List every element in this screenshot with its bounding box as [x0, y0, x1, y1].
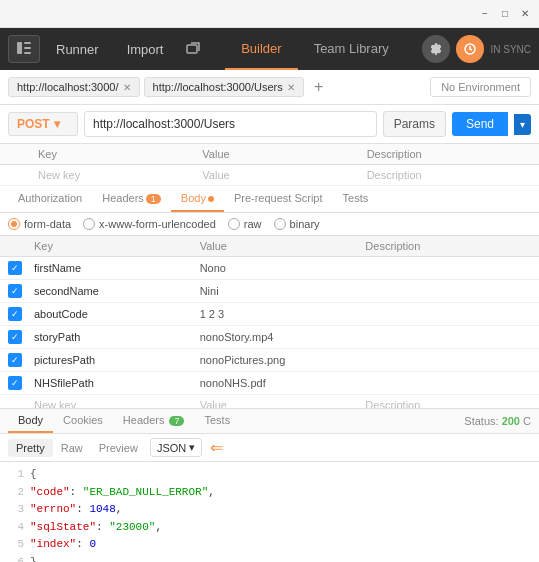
code-line: 4 "sqlState": "23000",: [8, 519, 531, 537]
settings-button[interactable]: [422, 35, 450, 63]
url-input[interactable]: [84, 111, 377, 137]
line-number: 5: [8, 536, 24, 554]
form-new-value[interactable]: Value: [200, 399, 366, 408]
line-content: "code": "ER_BAD_NULL_ERROR",: [30, 484, 215, 502]
tab-builder[interactable]: Builder: [225, 28, 297, 70]
form-new-desc[interactable]: Description: [365, 399, 531, 408]
tab-team-library[interactable]: Team Library: [298, 28, 405, 70]
line-content: }: [30, 554, 37, 562]
status-code: 200: [502, 415, 520, 427]
radio-raw[interactable]: raw: [228, 218, 262, 230]
row-key: secondName: [34, 285, 200, 297]
form-table-header: Key Value Description: [0, 236, 539, 257]
form-desc-header: Description: [365, 240, 531, 252]
form-new-key[interactable]: New key: [34, 399, 200, 408]
form-key-header: Key: [34, 240, 200, 252]
headers-badge: 1: [146, 194, 161, 204]
kv-key-header: Key: [38, 148, 202, 160]
tab-headers[interactable]: Headers1: [92, 186, 171, 212]
tab-response-body[interactable]: Body: [8, 409, 53, 433]
line-number: 2: [8, 484, 24, 502]
line-number: 4: [8, 519, 24, 537]
tab-pretty[interactable]: Pretty: [8, 439, 53, 457]
kv-new-value[interactable]: Value: [202, 169, 366, 181]
tab-body[interactable]: Body: [171, 186, 224, 212]
sidebar-toggle-button[interactable]: [8, 35, 40, 63]
kv-value-header: Value: [202, 148, 366, 160]
environment-selector[interactable]: No Environment: [430, 77, 531, 97]
window-controls: − □ ✕: [479, 8, 531, 20]
tab-tests[interactable]: Tests: [333, 186, 379, 212]
request-bar: POST ▾ Params Send ▾: [0, 105, 539, 144]
tab-raw[interactable]: Raw: [53, 439, 91, 457]
body-options: form-data x-www-form-urlencoded raw bina…: [0, 213, 539, 236]
row-key: firstName: [34, 262, 200, 274]
line-content: "sqlState": "23000",: [30, 519, 162, 537]
tab-preview[interactable]: Preview: [91, 439, 146, 457]
form-row: ✓ picturesPath nonoPictures.png: [0, 349, 539, 372]
kv-new-desc[interactable]: Description: [367, 169, 531, 181]
row-key: picturesPath: [34, 354, 200, 366]
line-number: 3: [8, 501, 24, 519]
maximize-button[interactable]: □: [499, 8, 511, 20]
row-checkbox[interactable]: ✓: [8, 261, 22, 275]
tab-prerequest[interactable]: Pre-request Script: [224, 186, 333, 212]
kv-desc-header: Description: [367, 148, 531, 160]
tab-response-cookies[interactable]: Cookies: [53, 409, 113, 433]
code-line: 1{: [8, 466, 531, 484]
line-number: 1: [8, 466, 24, 484]
format-selector[interactable]: JSON ▾: [150, 438, 202, 457]
minimize-button[interactable]: −: [479, 8, 491, 20]
send-button[interactable]: Send: [452, 112, 508, 136]
tab-authorization[interactable]: Authorization: [8, 186, 92, 212]
svg-rect-4: [187, 45, 197, 53]
params-button[interactable]: Params: [383, 111, 446, 137]
form-data-table: Key Value Description ✓ firstName Nono ✓…: [0, 236, 539, 408]
form-rows: ✓ firstName Nono ✓ secondName Nini ✓ abo…: [0, 257, 539, 395]
row-checkbox[interactable]: ✓: [8, 353, 22, 367]
line-content: {: [30, 466, 37, 484]
radio-form-data[interactable]: form-data: [8, 218, 71, 230]
row-value: Nini: [200, 285, 366, 297]
status-suffix: C: [523, 415, 531, 427]
code-line: 3 "errno": 1048,: [8, 501, 531, 519]
headers-count-badge: 7: [169, 416, 184, 426]
row-checkbox[interactable]: ✓: [8, 284, 22, 298]
row-key: NHSfilePath: [34, 377, 200, 389]
form-new-row: New key Value Description: [0, 395, 539, 408]
row-key: storyPath: [34, 331, 200, 343]
method-select[interactable]: POST ▾: [8, 112, 78, 136]
runner-button[interactable]: Runner: [44, 35, 111, 63]
close-button[interactable]: ✕: [519, 8, 531, 20]
send-dropdown-button[interactable]: ▾: [514, 114, 531, 135]
tab-localhost-root[interactable]: http://localhost:3000/ ✕: [8, 77, 140, 97]
code-line: 2 "code": "ER_BAD_NULL_ERROR",: [8, 484, 531, 502]
sync-button[interactable]: [456, 35, 484, 63]
radio-binary[interactable]: binary: [274, 218, 320, 230]
import-button[interactable]: Import: [115, 35, 176, 63]
radio-urlencoded[interactable]: x-www-form-urlencoded: [83, 218, 216, 230]
row-key: aboutCode: [34, 308, 200, 320]
tab-response-headers[interactable]: Headers 7: [113, 409, 195, 433]
form-row: ✓ firstName Nono: [0, 257, 539, 280]
header-tabs: Builder Team Library: [211, 28, 418, 70]
title-bar: − □ ✕: [0, 0, 539, 28]
sidebar-icon: [17, 42, 31, 57]
tab-close-2[interactable]: ✕: [287, 82, 295, 93]
tab-response-tests[interactable]: Tests: [194, 409, 240, 433]
tab-close-1[interactable]: ✕: [123, 82, 131, 93]
tab-localhost-users[interactable]: http://localhost:3000/Users ✕: [144, 77, 304, 97]
row-value: nonoStory.mp4: [200, 331, 366, 343]
response-code-area: 1{2 "code": "ER_BAD_NULL_ERROR",3 "errno…: [0, 462, 539, 562]
format-drop-icon: ▾: [189, 441, 195, 454]
row-checkbox[interactable]: ✓: [8, 376, 22, 390]
response-section: Body Cookies Headers 7 Tests Status: 200…: [0, 408, 539, 562]
row-checkbox[interactable]: ✓: [8, 330, 22, 344]
kv-new-key[interactable]: New key: [38, 169, 202, 181]
save-response-button[interactable]: ⇐: [210, 438, 223, 457]
format-label: JSON: [157, 442, 186, 454]
url-bar: http://localhost:3000/ ✕ http://localhos…: [0, 70, 539, 105]
add-tab-button[interactable]: +: [308, 76, 330, 98]
new-window-button[interactable]: [179, 35, 207, 63]
row-checkbox[interactable]: ✓: [8, 307, 22, 321]
